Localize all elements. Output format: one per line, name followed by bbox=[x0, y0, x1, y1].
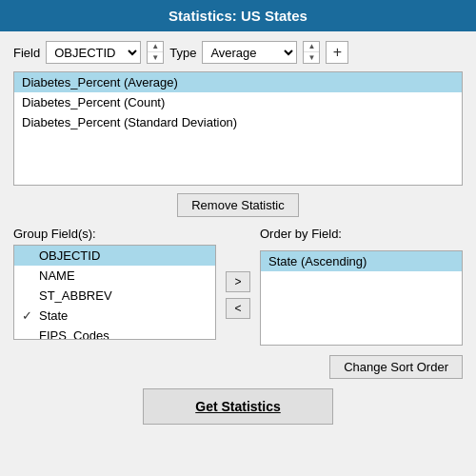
group-field-item[interactable]: ST_ABBREV bbox=[14, 286, 215, 306]
field-spinner[interactable]: ▲ ▼ bbox=[147, 41, 164, 64]
group-field-label: OBJECTID bbox=[39, 248, 100, 263]
add-statistic-button[interactable]: + bbox=[326, 41, 348, 64]
group-field-item[interactable]: NAME bbox=[14, 266, 215, 286]
type-label: Type bbox=[169, 46, 196, 60]
get-statistics-button[interactable]: Get Statistics bbox=[143, 388, 333, 425]
page-title: Statistics: US States bbox=[169, 8, 307, 24]
field-spin-up[interactable]: ▲ bbox=[148, 42, 163, 52]
group-field-item[interactable]: ✓State bbox=[14, 306, 215, 326]
group-field-label: ST_ABBREV bbox=[39, 288, 112, 303]
change-sort-row: Change Sort Order bbox=[13, 355, 463, 379]
group-field-check: ✓ bbox=[22, 308, 35, 323]
field-row: Field OBJECTID ▲ ▼ Type Average ▲ ▼ + bbox=[13, 41, 463, 64]
type-spinner[interactable]: ▲ ▼ bbox=[303, 41, 320, 64]
stats-list-item[interactable]: Diabetes_Percent (Standard Deviation) bbox=[14, 112, 462, 132]
type-select[interactable]: Average bbox=[202, 41, 297, 64]
order-field-item[interactable]: State (Ascending) bbox=[261, 251, 462, 271]
bottom-section: Group Field(s): OBJECTIDNAMEST_ABBREV✓St… bbox=[13, 227, 463, 346]
order-field-label: Order by Field: bbox=[260, 227, 463, 241]
arrow-column: > < bbox=[226, 227, 250, 346]
group-field-label: FIPS_Codes bbox=[39, 328, 109, 340]
field-spin-down[interactable]: ▼ bbox=[148, 52, 163, 63]
order-field-list: State (Ascending) bbox=[260, 250, 463, 346]
get-statistics-row: Get Statistics bbox=[13, 388, 463, 425]
group-field-item[interactable]: OBJECTID bbox=[14, 246, 215, 266]
group-field-label: State bbox=[39, 308, 68, 323]
move-left-button[interactable]: < bbox=[226, 298, 250, 319]
group-field-item[interactable]: FIPS_Codes bbox=[14, 326, 215, 340]
change-sort-order-button[interactable]: Change Sort Order bbox=[329, 355, 463, 379]
stats-list-item[interactable]: Diabetes_Percent (Average) bbox=[14, 72, 462, 92]
move-right-button[interactable]: > bbox=[226, 271, 250, 292]
remove-statistic-row: Remove Statistic bbox=[13, 193, 463, 217]
remove-statistic-button[interactable]: Remove Statistic bbox=[177, 193, 299, 217]
group-fields-section: Group Field(s): OBJECTIDNAMEST_ABBREV✓St… bbox=[13, 227, 216, 346]
field-label: Field bbox=[13, 46, 40, 60]
type-spin-up[interactable]: ▲ bbox=[304, 42, 319, 52]
order-field-section: Order by Field: State (Ascending) bbox=[260, 227, 463, 346]
group-fields-list: OBJECTIDNAMEST_ABBREV✓StateFIPS_Codes bbox=[13, 245, 216, 340]
group-field-label: NAME bbox=[39, 268, 75, 283]
stats-list-item[interactable]: Diabetes_Percent (Count) bbox=[14, 92, 462, 112]
statistics-list: Diabetes_Percent (Average)Diabetes_Perce… bbox=[13, 71, 463, 186]
type-spin-down[interactable]: ▼ bbox=[304, 52, 319, 63]
field-select[interactable]: OBJECTID bbox=[46, 41, 141, 64]
title-bar: Statistics: US States bbox=[0, 0, 476, 31]
group-fields-label: Group Field(s): bbox=[13, 227, 216, 241]
